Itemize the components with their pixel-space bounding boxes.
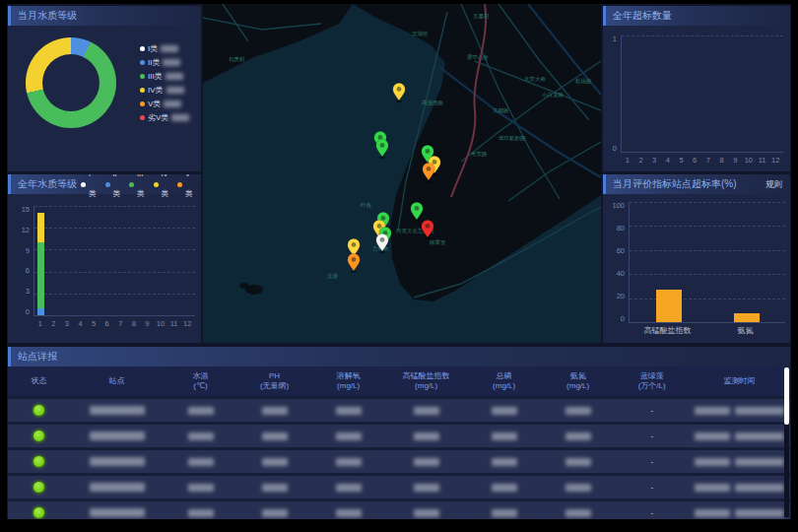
- redacted-value: [735, 458, 784, 466]
- legend-dot: [105, 182, 110, 187]
- redacted-value: [735, 484, 784, 492]
- stacked-bar[interactable]: [78, 206, 85, 315]
- redacted-value: [90, 508, 145, 517]
- stacked-bar[interactable]: [51, 206, 58, 315]
- cell-time: [689, 407, 790, 415]
- redacted-value: [565, 458, 591, 466]
- x-axis-tick: 9: [728, 156, 742, 165]
- map-island: [239, 283, 249, 289]
- legend-label: 劣V类: [148, 112, 168, 123]
- col-dissolved-oxygen: 溶解氧: [311, 371, 385, 381]
- redacted-value: [695, 509, 730, 517]
- rules-link[interactable]: 规则: [765, 174, 782, 194]
- rate-plot[interactable]: [629, 202, 785, 323]
- map-label: 五星村: [473, 13, 490, 20]
- legend-label: II类: [113, 174, 121, 204]
- redacted-value: [695, 484, 730, 492]
- redacted-value: [565, 407, 591, 415]
- rate-bar[interactable]: [656, 290, 682, 322]
- legend-item[interactable]: IV类: [140, 85, 189, 96]
- x-axis-tick: 10: [154, 319, 167, 328]
- panel-title: 全年超标数量: [613, 6, 672, 26]
- y-axis-tick: 1: [613, 35, 617, 42]
- legend-dot: [140, 101, 145, 106]
- cell-status: [8, 481, 70, 494]
- legend-item[interactable]: III类: [140, 71, 189, 82]
- rate-bar[interactable]: [734, 313, 760, 322]
- legend-item[interactable]: V类: [140, 99, 189, 109]
- redacted-value: [163, 59, 180, 66]
- redacted-value: [695, 432, 730, 440]
- table-scrollbar[interactable]: [784, 367, 789, 517]
- x-axis-tick: 4: [74, 319, 88, 328]
- table-row[interactable]: -: [8, 501, 790, 519]
- map-label: 高浪西路: [422, 100, 444, 106]
- donut-ring[interactable]: [26, 37, 116, 128]
- cell-value: [385, 484, 467, 492]
- col-permanganate: 高锰酸盐指数: [385, 371, 467, 381]
- panel-titlebar: 当月评价指标站点超标率(%) 规则: [603, 174, 790, 194]
- redacted-value: [414, 484, 439, 492]
- map-label: 薛家里: [430, 239, 446, 245]
- redacted-value: [166, 73, 183, 80]
- legend-item[interactable]: IV类: [154, 174, 169, 204]
- legend-item[interactable]: III类: [129, 174, 145, 204]
- redacted-value: [188, 458, 214, 466]
- map-label: 天安大桥: [524, 76, 547, 82]
- legend-item[interactable]: I类: [81, 174, 97, 204]
- stacked-bar[interactable]: [37, 206, 44, 315]
- legend-dot: [81, 182, 86, 187]
- status-dot: [33, 430, 45, 442]
- x-axis-tick: 5: [87, 319, 100, 328]
- table-row[interactable]: -: [8, 476, 790, 499]
- legend-item[interactable]: I类: [140, 43, 189, 54]
- cell-status: [8, 506, 70, 519]
- legend-item[interactable]: V类: [177, 174, 193, 204]
- scrollbar-thumb[interactable]: [784, 367, 789, 425]
- exceed-plot[interactable]: [621, 35, 783, 153]
- redacted-value: [414, 432, 439, 440]
- redacted-value: [492, 509, 517, 517]
- cell-value: [311, 509, 385, 517]
- annual-plot[interactable]: [33, 206, 195, 316]
- panel-annual-water-grade: 全年水质等级 I类 II类 III类 IV类 V类 劣V类 15129630 1…: [8, 174, 201, 343]
- stacked-bar[interactable]: [158, 206, 165, 315]
- panel-annual-exceed-count: 全年超标数量 10 123456789101112: [603, 6, 790, 171]
- redacted-value: [188, 509, 214, 517]
- stacked-bar[interactable]: [185, 206, 192, 315]
- map-label: 叶巷: [361, 202, 372, 208]
- legend-dot: [154, 182, 159, 187]
- col-status: 状态: [8, 376, 70, 386]
- redacted-value: [262, 458, 288, 466]
- stacked-bar[interactable]: [118, 206, 125, 315]
- table-row[interactable]: -: [8, 425, 790, 447]
- y-axis-tick: 15: [22, 206, 30, 213]
- map-label: 机场路: [575, 78, 592, 85]
- stacked-bar[interactable]: [131, 206, 138, 315]
- status-dot: [33, 481, 45, 494]
- stacked-bar[interactable]: [92, 206, 99, 315]
- table-row[interactable]: -: [8, 399, 790, 422]
- panel-titlebar: 当月水质等级: [8, 6, 201, 26]
- stacked-bar[interactable]: [171, 206, 178, 315]
- redacted-value: [492, 484, 517, 492]
- table-row[interactable]: -: [8, 450, 790, 473]
- legend-dot: [140, 46, 145, 51]
- y-axis-tick: 12: [22, 226, 30, 233]
- map[interactable]: 石庆村滨湖区五星村梁中心区天安大桥机场路小白龙桥高浪西路吴都路华庄影剧院寿安路叶…: [203, 4, 601, 343]
- stacked-bar[interactable]: [64, 206, 71, 315]
- redacted-value: [492, 458, 517, 466]
- map-label: 石庆村: [229, 56, 245, 63]
- cell-time: [689, 458, 790, 466]
- stacked-bar[interactable]: [104, 206, 111, 315]
- cell-status: [8, 455, 70, 468]
- legend-item[interactable]: 劣V类: [140, 112, 189, 123]
- x-axis-tick: 高锰酸盐指数: [629, 325, 706, 336]
- panel-titlebar: 全年超标数量: [603, 6, 790, 26]
- x-axis-tick: 氨氮: [706, 325, 784, 336]
- y-axis-tick: 100: [612, 202, 625, 209]
- legend-item[interactable]: II类: [140, 57, 189, 68]
- legend-item[interactable]: II类: [105, 174, 121, 204]
- x-axis-tick: 7: [701, 156, 715, 165]
- stacked-bar[interactable]: [145, 206, 152, 315]
